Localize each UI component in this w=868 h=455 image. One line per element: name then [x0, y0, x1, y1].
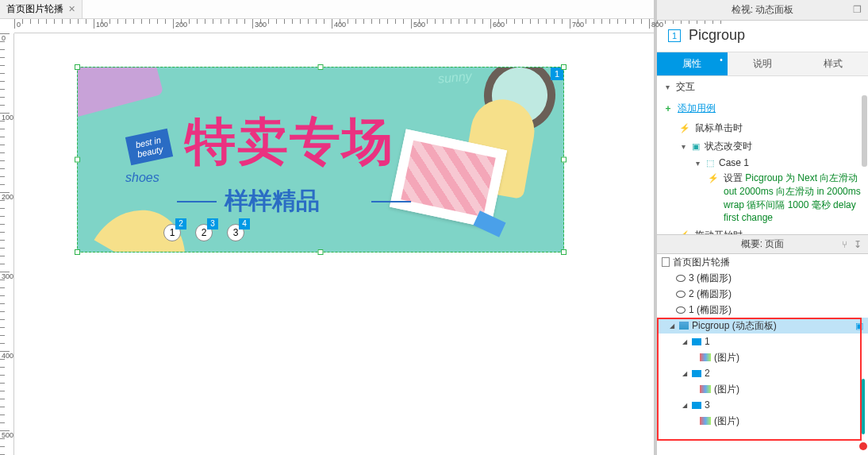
section-interactions[interactable]: 交互 [657, 76, 868, 98]
outline-state-1[interactable]: 1 [657, 334, 868, 349]
banner-shoes-text: shoes [125, 171, 159, 185]
ellipse-icon [676, 275, 686, 282]
tree-toggle-icon[interactable] [681, 401, 689, 409]
event-onstatechange[interactable]: ▣ 状态改变时 [657, 137, 868, 156]
tree-toggle-icon[interactable] [681, 369, 689, 377]
outline-tree[interactable]: 首页图片轮播 3 (椭圆形) 2 (椭圆形) 1 (椭圆形) [657, 254, 868, 455]
outline-image-3[interactable]: (图片) [657, 413, 868, 429]
new-page-icon[interactable]: ❐ [853, 4, 862, 15]
outline-ellipse-1[interactable]: 1 (椭圆形) [657, 302, 868, 318]
state-icon [692, 338, 701, 345]
outline-label: (图片) [714, 415, 739, 428]
outline-label: (图片) [714, 351, 739, 364]
ruler-vertical: 0100200300400500 [0, 33, 14, 455]
selection-name[interactable]: Picgroup [689, 27, 745, 44]
pager-dot-badge[interactable]: 4 [239, 218, 250, 229]
ellipse-icon [676, 291, 686, 298]
outline-image-1[interactable]: (图片) [657, 349, 868, 365]
caret-down-icon[interactable] [693, 159, 701, 168]
tab-notes-label: 说明 [753, 58, 772, 69]
tab-style-label: 样式 [824, 58, 843, 69]
document-tab[interactable]: 首页图片轮播 ✕ [0, 0, 83, 18]
dynamic-panel-icon: ▣ [692, 141, 700, 152]
resize-handle-r[interactable] [561, 157, 567, 163]
outline-label: 首页图片轮播 [673, 256, 730, 269]
outline-label: 3 [705, 399, 710, 411]
page-icon [662, 257, 670, 267]
action-row[interactable]: ⚡ 设置 Picgroup 为 Next 向左滑动 out 2000ms 向左滑… [657, 170, 868, 226]
outline-picgroup[interactable]: Picgroup (动态面板) ▣ [657, 318, 868, 334]
pager-dot-label: 3 [233, 227, 239, 238]
resize-handle-br[interactable] [561, 249, 567, 255]
lightning-icon: ⚡ [708, 173, 719, 225]
outline-label: 3 (椭圆形) [689, 272, 732, 285]
document-tab-label: 首页图片轮播 [6, 2, 63, 16]
design-canvas[interactable]: sunny best in beauty shoes 特卖专场 样样精品 1 [14, 33, 654, 455]
event-label: 鼠标单击时 [695, 121, 743, 135]
caret-down-icon[interactable] [679, 142, 687, 151]
inspector-title-row: 1 Picgroup [657, 21, 868, 52]
close-tab-icon[interactable]: ✕ [68, 4, 75, 14]
outline-label: 2 [705, 368, 710, 379]
resize-handle-b[interactable] [318, 249, 324, 255]
pager-dot-badge[interactable]: 3 [207, 218, 218, 229]
state-icon [692, 402, 701, 409]
outline-state-3[interactable]: 3 [657, 397, 868, 413]
outline-label: (图片) [714, 383, 739, 396]
case-label: Case 1 [719, 157, 749, 168]
tab-properties-label: 属性 [682, 58, 701, 69]
image-icon [700, 385, 711, 393]
visibility-icon[interactable]: ▣ [855, 321, 863, 331]
action-text: 设置 Picgroup 为 Next 向左滑动 out 2000ms 向左滑动 … [724, 172, 862, 225]
resize-handle-tr[interactable] [561, 64, 567, 70]
caret-down-icon[interactable] [663, 83, 671, 91]
outline-ellipse-3[interactable]: 3 (椭圆形) [657, 270, 868, 286]
dynamic-panel-selection[interactable]: sunny best in beauty shoes 特卖专场 样样精品 1 [77, 67, 564, 253]
case-icon: ⬚ [706, 158, 714, 168]
sort-icon[interactable]: ↧ [854, 239, 862, 250]
filter-icon[interactable]: ⑂ [842, 239, 847, 250]
outline-state-2[interactable]: 2 [657, 365, 868, 381]
plus-icon: + [663, 103, 673, 114]
image-icon [700, 353, 711, 361]
pager-group: 1 2 2 3 3 4 [163, 224, 244, 241]
resize-handle-t[interactable] [318, 64, 324, 70]
outline-ellipse-2[interactable]: 2 (椭圆形) [657, 286, 868, 302]
tree-toggle-icon[interactable] [681, 337, 689, 345]
lightning-icon: ⚡ [679, 123, 690, 133]
tree-toggle-icon[interactable] [668, 322, 676, 330]
inspector-header: 检视: 动态面板 ❐ [657, 0, 868, 21]
zoom-thermometer[interactable] [859, 379, 867, 450]
resize-handle-bl[interactable] [75, 249, 80, 255]
outline-page-row[interactable]: 首页图片轮播 [657, 254, 868, 270]
case-row[interactable]: ⬚ Case 1 [657, 156, 868, 170]
outline-image-2[interactable]: (图片) [657, 381, 868, 397]
event-onclick[interactable]: ⚡ 鼠标单击时 [657, 119, 868, 137]
right-panel: 检视: 动态面板 ❐ 1 Picgroup 属性 • 说明 样式 交互 + [654, 0, 868, 455]
selection-count-badge: 1 [668, 29, 681, 42]
tab-notes[interactable]: 说明 [728, 52, 798, 75]
event-label: 拖动开始时 [695, 229, 743, 235]
ellipse-icon [676, 307, 686, 314]
section-label: 交互 [676, 80, 695, 94]
canvas-area: 首页图片轮播 ✕ 0100200300400500600700800 01002… [0, 0, 654, 455]
inspector-body[interactable]: 交互 + 添加用例 ⚡ 鼠标单击时 ▣ 状态改变时 ⬚ [657, 76, 868, 235]
add-case-link[interactable]: 添加用例 [678, 102, 716, 115]
pager-dot-3[interactable]: 3 4 [227, 224, 244, 241]
pager-dot-1[interactable]: 1 2 [163, 224, 181, 241]
image-icon [700, 417, 711, 425]
outline-label: Picgroup (动态面板) [692, 319, 777, 333]
scrollbar-thumb[interactable] [862, 95, 867, 167]
outline-header-label: 概要: 页面 [741, 237, 785, 251]
resize-handle-tl[interactable] [75, 64, 80, 70]
pager-dot-badge[interactable]: 2 [175, 218, 186, 229]
tab-style[interactable]: 样式 [797, 52, 868, 75]
outline-label: 1 [705, 336, 710, 347]
event-ondragstart[interactable]: ⚡ 拖动开始时 [657, 226, 868, 235]
banner-image: sunny best in beauty shoes 特卖专场 样样精品 [78, 67, 563, 252]
outline-label: 2 (椭圆形) [689, 287, 732, 301]
add-case-row[interactable]: + 添加用例 [657, 98, 868, 119]
pager-dot-2[interactable]: 2 3 [195, 224, 213, 241]
resize-handle-l[interactable] [75, 157, 80, 163]
tab-properties[interactable]: 属性 • [657, 52, 728, 75]
